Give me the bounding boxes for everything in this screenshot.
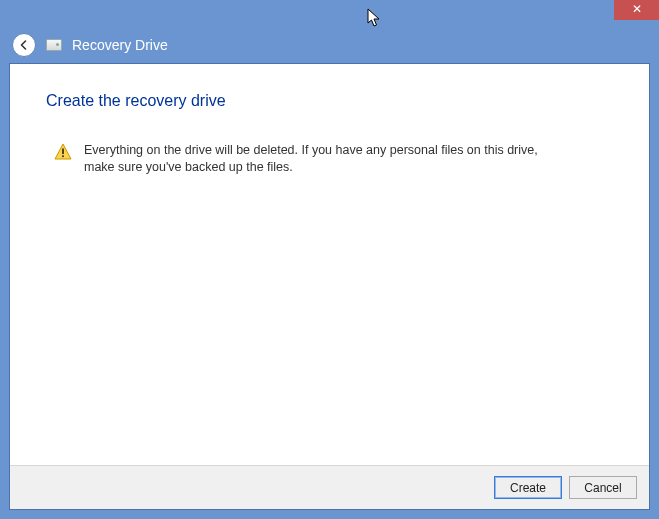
close-icon: ✕ [632, 2, 642, 16]
svg-rect-1 [62, 149, 64, 155]
arrow-left-icon [17, 38, 31, 52]
content: Create the recovery drive Everything on … [10, 64, 649, 465]
page-title: Create the recovery drive [46, 92, 613, 110]
cancel-button[interactable]: Cancel [569, 476, 637, 499]
titlebar: ✕ [0, 0, 659, 27]
drive-icon [46, 39, 62, 51]
window-title: Recovery Drive [72, 37, 168, 53]
back-button[interactable] [12, 33, 36, 57]
warning-text: Everything on the drive will be deleted.… [84, 142, 554, 176]
create-button[interactable]: Create [494, 476, 562, 499]
warning-icon [54, 143, 72, 161]
content-panel: Create the recovery drive Everything on … [9, 63, 650, 510]
header: Recovery Drive [0, 27, 659, 63]
warning-row: Everything on the drive will be deleted.… [46, 142, 613, 176]
footer: Create Cancel [10, 465, 649, 509]
svg-rect-2 [62, 155, 64, 157]
close-button[interactable]: ✕ [614, 0, 659, 20]
